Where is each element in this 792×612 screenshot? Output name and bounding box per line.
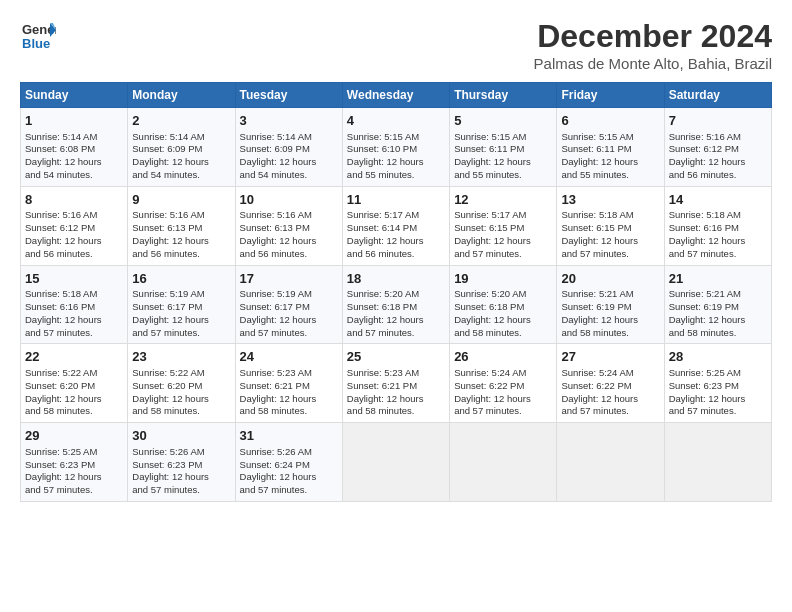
table-row bbox=[342, 423, 449, 502]
table-row: 30Sunrise: 5:26 AMSunset: 6:23 PMDayligh… bbox=[128, 423, 235, 502]
calendar-week-row: 29Sunrise: 5:25 AMSunset: 6:23 PMDayligh… bbox=[21, 423, 772, 502]
day-number: 31 bbox=[240, 427, 338, 445]
day-info: Sunset: 6:23 PM bbox=[25, 459, 123, 472]
day-info: Sunrise: 5:26 AM bbox=[240, 446, 338, 459]
day-info: and 57 minutes. bbox=[240, 327, 338, 340]
day-number: 6 bbox=[561, 112, 659, 130]
day-info: and 58 minutes. bbox=[669, 327, 767, 340]
table-row: 21Sunrise: 5:21 AMSunset: 6:19 PMDayligh… bbox=[664, 265, 771, 344]
day-info: and 57 minutes. bbox=[132, 484, 230, 497]
day-info: Sunset: 6:16 PM bbox=[669, 222, 767, 235]
day-number: 2 bbox=[132, 112, 230, 130]
day-info: Sunset: 6:22 PM bbox=[561, 380, 659, 393]
day-number: 16 bbox=[132, 270, 230, 288]
day-info: Sunset: 6:11 PM bbox=[454, 143, 552, 156]
day-info: Sunset: 6:09 PM bbox=[240, 143, 338, 156]
day-info: Daylight: 12 hours bbox=[669, 393, 767, 406]
table-row: 17Sunrise: 5:19 AMSunset: 6:17 PMDayligh… bbox=[235, 265, 342, 344]
day-info: Sunrise: 5:24 AM bbox=[561, 367, 659, 380]
day-number: 17 bbox=[240, 270, 338, 288]
day-number: 8 bbox=[25, 191, 123, 209]
day-info: Sunset: 6:21 PM bbox=[240, 380, 338, 393]
day-info: Daylight: 12 hours bbox=[669, 235, 767, 248]
table-row: 11Sunrise: 5:17 AMSunset: 6:14 PMDayligh… bbox=[342, 186, 449, 265]
day-info: Sunset: 6:23 PM bbox=[132, 459, 230, 472]
day-info: and 55 minutes. bbox=[561, 169, 659, 182]
day-info: and 57 minutes. bbox=[240, 484, 338, 497]
day-info: Daylight: 12 hours bbox=[561, 235, 659, 248]
day-info: Daylight: 12 hours bbox=[669, 314, 767, 327]
day-info: Sunset: 6:13 PM bbox=[132, 222, 230, 235]
day-number: 25 bbox=[347, 348, 445, 366]
day-info: Sunset: 6:19 PM bbox=[561, 301, 659, 314]
day-number: 1 bbox=[25, 112, 123, 130]
day-number: 14 bbox=[669, 191, 767, 209]
day-info: Sunset: 6:20 PM bbox=[25, 380, 123, 393]
day-info: Sunset: 6:18 PM bbox=[454, 301, 552, 314]
table-row: 24Sunrise: 5:23 AMSunset: 6:21 PMDayligh… bbox=[235, 344, 342, 423]
day-number: 26 bbox=[454, 348, 552, 366]
calendar-week-row: 8Sunrise: 5:16 AMSunset: 6:12 PMDaylight… bbox=[21, 186, 772, 265]
table-row: 19Sunrise: 5:20 AMSunset: 6:18 PMDayligh… bbox=[450, 265, 557, 344]
day-number: 10 bbox=[240, 191, 338, 209]
day-info: and 58 minutes. bbox=[132, 405, 230, 418]
day-info: Sunrise: 5:19 AM bbox=[240, 288, 338, 301]
day-info: and 57 minutes. bbox=[561, 248, 659, 261]
day-info: Daylight: 12 hours bbox=[132, 471, 230, 484]
day-info: and 55 minutes. bbox=[347, 169, 445, 182]
table-row: 6Sunrise: 5:15 AMSunset: 6:11 PMDaylight… bbox=[557, 108, 664, 187]
day-info: Daylight: 12 hours bbox=[240, 393, 338, 406]
day-info: Daylight: 12 hours bbox=[454, 314, 552, 327]
header-saturday: Saturday bbox=[664, 83, 771, 108]
day-info: Sunset: 6:08 PM bbox=[25, 143, 123, 156]
day-number: 9 bbox=[132, 191, 230, 209]
day-info: Sunset: 6:21 PM bbox=[347, 380, 445, 393]
day-info: Sunset: 6:23 PM bbox=[669, 380, 767, 393]
day-info: and 56 minutes. bbox=[347, 248, 445, 261]
day-info: Daylight: 12 hours bbox=[347, 235, 445, 248]
day-info: Daylight: 12 hours bbox=[561, 314, 659, 327]
day-number: 4 bbox=[347, 112, 445, 130]
table-row: 1Sunrise: 5:14 AMSunset: 6:08 PMDaylight… bbox=[21, 108, 128, 187]
day-info: Sunrise: 5:15 AM bbox=[561, 131, 659, 144]
table-row: 8Sunrise: 5:16 AMSunset: 6:12 PMDaylight… bbox=[21, 186, 128, 265]
day-number: 12 bbox=[454, 191, 552, 209]
calendar-week-row: 22Sunrise: 5:22 AMSunset: 6:20 PMDayligh… bbox=[21, 344, 772, 423]
day-info: and 57 minutes. bbox=[561, 405, 659, 418]
table-row: 13Sunrise: 5:18 AMSunset: 6:15 PMDayligh… bbox=[557, 186, 664, 265]
day-info: Daylight: 12 hours bbox=[561, 156, 659, 169]
day-info: Sunrise: 5:26 AM bbox=[132, 446, 230, 459]
day-info: Daylight: 12 hours bbox=[240, 156, 338, 169]
calendar-table: Sunday Monday Tuesday Wednesday Thursday… bbox=[20, 82, 772, 502]
day-number: 15 bbox=[25, 270, 123, 288]
table-row: 7Sunrise: 5:16 AMSunset: 6:12 PMDaylight… bbox=[664, 108, 771, 187]
table-row: 15Sunrise: 5:18 AMSunset: 6:16 PMDayligh… bbox=[21, 265, 128, 344]
day-number: 19 bbox=[454, 270, 552, 288]
day-info: Sunrise: 5:23 AM bbox=[347, 367, 445, 380]
calendar-week-row: 1Sunrise: 5:14 AMSunset: 6:08 PMDaylight… bbox=[21, 108, 772, 187]
day-info: Daylight: 12 hours bbox=[347, 393, 445, 406]
table-row: 9Sunrise: 5:16 AMSunset: 6:13 PMDaylight… bbox=[128, 186, 235, 265]
day-info: Sunrise: 5:15 AM bbox=[347, 131, 445, 144]
table-row bbox=[450, 423, 557, 502]
day-info: Sunrise: 5:15 AM bbox=[454, 131, 552, 144]
day-number: 21 bbox=[669, 270, 767, 288]
day-number: 7 bbox=[669, 112, 767, 130]
table-row: 3Sunrise: 5:14 AMSunset: 6:09 PMDaylight… bbox=[235, 108, 342, 187]
day-info: and 55 minutes. bbox=[454, 169, 552, 182]
day-info: Daylight: 12 hours bbox=[132, 393, 230, 406]
day-info: Daylight: 12 hours bbox=[25, 156, 123, 169]
day-info: Daylight: 12 hours bbox=[240, 314, 338, 327]
day-number: 22 bbox=[25, 348, 123, 366]
day-number: 18 bbox=[347, 270, 445, 288]
table-row: 26Sunrise: 5:24 AMSunset: 6:22 PMDayligh… bbox=[450, 344, 557, 423]
day-info: Sunrise: 5:14 AM bbox=[25, 131, 123, 144]
day-info: Sunset: 6:18 PM bbox=[347, 301, 445, 314]
day-info: and 57 minutes. bbox=[454, 405, 552, 418]
header-thursday: Thursday bbox=[450, 83, 557, 108]
day-info: and 56 minutes. bbox=[240, 248, 338, 261]
day-info: Daylight: 12 hours bbox=[25, 393, 123, 406]
calendar-header-row: Sunday Monday Tuesday Wednesday Thursday… bbox=[21, 83, 772, 108]
day-info: and 56 minutes. bbox=[25, 248, 123, 261]
header-wednesday: Wednesday bbox=[342, 83, 449, 108]
